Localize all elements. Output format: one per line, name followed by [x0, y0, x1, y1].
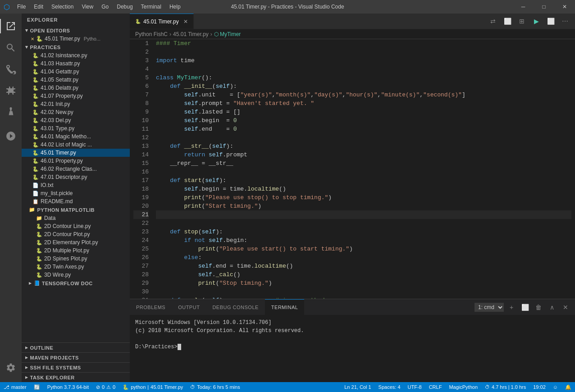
maximize-button[interactable]: □: [534, 0, 554, 14]
panel: PROBLEMS OUTPUT DEBUG CONSOLE TERMINAL 1…: [130, 299, 575, 382]
file-3d-wire[interactable]: 🐍3D Wire.py: [22, 271, 130, 279]
close-icon[interactable]: ✕: [31, 36, 34, 41]
menu-edit[interactable]: Edit: [30, 3, 47, 11]
open-editor-file[interactable]: ✕ 🐍 45.01 Timer.py Pytho...: [22, 35, 130, 43]
spaces-label: Spaces: 4: [379, 384, 401, 390]
file-2d-contour-line[interactable]: 🐍2D Contour Line.py: [22, 222, 130, 230]
wakatime-status[interactable]: ⏱ 4.7 hrs | 1.0 hrs: [481, 382, 529, 392]
file-2d-multiple[interactable]: 🐍2D Multiple Plot.py: [22, 246, 130, 255]
toggle-panel-button[interactable]: ⬜: [544, 15, 557, 27]
menu-debug[interactable]: Debug: [113, 3, 136, 11]
sync-status[interactable]: 🔄: [30, 382, 44, 392]
matplotlib-header[interactable]: 📁 Python Matplotlib: [22, 205, 130, 214]
practices-header[interactable]: ▾ PRACTICES: [22, 43, 130, 51]
py-icon: 🐍: [32, 77, 39, 83]
file-47-01[interactable]: 🐍47.01 Descriptor.py: [22, 173, 130, 181]
feedback-button[interactable]: ☺: [549, 382, 561, 392]
minimize-button[interactable]: ─: [513, 0, 534, 14]
breadcrumb-sep1: ›: [169, 31, 171, 37]
source-control-icon[interactable]: [0, 59, 22, 80]
breadcrumb-root[interactable]: Python FishC: [135, 31, 168, 37]
encoding-status[interactable]: UTF-8: [404, 382, 425, 392]
tab-close-icon[interactable]: ✕: [183, 18, 188, 25]
file-43-01[interactable]: 🐍43.01 Type.py: [22, 124, 130, 132]
editor-tab-timer[interactable]: 🐍 45.01 Timer.py ✕: [130, 14, 194, 29]
terminal-instance-select[interactable]: 1: cmd: [475, 303, 504, 312]
breadcrumb-file[interactable]: 45.01 Timer.py: [173, 31, 209, 37]
errors-status[interactable]: ⊘ 0 ⚠ 0: [92, 382, 119, 392]
split-editor-button[interactable]: ⇄: [487, 15, 499, 27]
file-io[interactable]: 📄IO.txt: [22, 181, 130, 189]
breadcrumb-sep2: ›: [210, 31, 212, 37]
data-folder[interactable]: 📁Data: [22, 214, 130, 222]
file-46-01[interactable]: 🐍46.01 Property.py: [22, 157, 130, 165]
kill-terminal-button[interactable]: 🗑: [533, 301, 544, 313]
debug-icon[interactable]: [0, 125, 22, 147]
explorer-icon[interactable]: [0, 15, 22, 37]
file-41-06[interactable]: 🐍41.06 Delattr.py: [22, 84, 130, 92]
editor-layout-button[interactable]: ⬜: [501, 15, 514, 27]
new-terminal-button[interactable]: +: [506, 301, 517, 313]
tensorflow-label: Tensorflow Doc: [42, 281, 93, 286]
tab-problems[interactable]: PROBLEMS: [130, 299, 172, 315]
code-editor[interactable]: #### Timer import time class MyTimer(): …: [152, 39, 575, 299]
menu-help[interactable]: Help: [166, 3, 184, 11]
file-44-02[interactable]: 🐍44.02 List of Magic ...: [22, 141, 130, 149]
close-button[interactable]: ✕: [554, 0, 575, 14]
settings-icon[interactable]: [0, 357, 22, 378]
tensorflow-header[interactable]: ▸ 📘 Tensorflow Doc: [22, 279, 130, 287]
file-45-01[interactable]: 🐍45.01 Timer.py: [22, 149, 130, 157]
menu-terminal[interactable]: Terminal: [137, 3, 165, 11]
notifications-button[interactable]: 🔔: [561, 382, 575, 392]
py-icon: 🐍: [32, 69, 39, 75]
file-42-03[interactable]: 🐍42.03 Del.py: [22, 116, 130, 124]
cursor-position[interactable]: Ln 21, Col 1: [341, 382, 374, 392]
test-icon[interactable]: [0, 102, 22, 123]
menu-go[interactable]: Go: [98, 3, 112, 11]
file-readme[interactable]: 📋README.md: [22, 197, 130, 205]
run-button[interactable]: ▶: [530, 15, 543, 27]
file-42-02[interactable]: 🐍42.02 New.py: [22, 108, 130, 116]
file-41-02[interactable]: 🐍41.02 Isinstance.py: [22, 51, 130, 59]
task-explorer-header[interactable]: ▸ TASK EXPLORER: [22, 372, 130, 382]
breadcrumb-symbol[interactable]: ⬡ MyTimer: [214, 31, 241, 37]
terminal-content[interactable]: Microsoft Windows [Version 10.0.17134.70…: [130, 315, 575, 382]
file-41-04[interactable]: 🐍41.04 Getattr.py: [22, 68, 130, 76]
indentation[interactable]: Spaces: 4: [375, 382, 404, 392]
file-41-03[interactable]: 🐍41.03 Hasattr.py: [22, 59, 130, 68]
maximize-panel-button[interactable]: ∧: [546, 301, 558, 313]
python-path-status[interactable]: 🐍 python | 45.01 Timer.py: [119, 382, 187, 392]
file-46-02[interactable]: 🐍46.02 Rectangle Clas...: [22, 165, 130, 173]
time-tracking[interactable]: ⏱ Today: 6 hrs 5 mins: [187, 382, 243, 392]
py-icon: 🐍: [32, 53, 39, 59]
menu-file[interactable]: File: [14, 3, 29, 11]
close-panel-button[interactable]: ✕: [560, 301, 571, 313]
tab-output[interactable]: OUTPUT: [172, 299, 206, 315]
file-2d-elementary[interactable]: 🐍2D Elementary Plot.py: [22, 238, 130, 246]
ssh-header[interactable]: ▸ SSH FILE SYSTEMS: [22, 362, 130, 372]
split-terminal-button[interactable]: ⬜: [519, 301, 531, 313]
branch-status[interactable]: ⎇ master: [0, 382, 30, 392]
outline-header[interactable]: ▸ OUTLINE: [22, 342, 130, 352]
menu-selection[interactable]: Selection: [48, 3, 77, 11]
tab-debug-console[interactable]: DEBUG CONSOLE: [206, 299, 265, 315]
tab-terminal[interactable]: TERMINAL: [265, 299, 305, 315]
editor-settings-button[interactable]: ⊞: [516, 15, 528, 27]
file-pickle[interactable]: 📄my_list.pickle: [22, 189, 130, 197]
search-icon[interactable]: [0, 37, 22, 59]
more-actions-button[interactable]: ⋯: [559, 15, 571, 27]
file-41-07[interactable]: 🐍41.07 Property.py: [22, 92, 130, 100]
file-2d-twin[interactable]: 🐍2D Twin Axes.py: [22, 263, 130, 271]
file-2d-contour-plot[interactable]: 🐍2D Contour Plot.py: [22, 230, 130, 238]
line-ending-status[interactable]: CRLF: [425, 382, 446, 392]
menu-view[interactable]: View: [78, 3, 97, 11]
python-interpreter[interactable]: Python 3.7.3 64-bit: [44, 382, 92, 392]
file-41-05[interactable]: 🐍41.05 Setattr.py: [22, 76, 130, 84]
extensions-icon[interactable]: [0, 80, 22, 102]
open-editors-header[interactable]: ▾ OPEN EDITORS: [22, 26, 130, 35]
file-42-01[interactable]: 🐍42.01 Init.py: [22, 100, 130, 108]
file-44-01[interactable]: 🐍44.01 Magic Metho...: [22, 132, 130, 141]
language-mode[interactable]: MagicPython: [445, 382, 481, 392]
file-2d-spines[interactable]: 🐍2D Spines Plot.py: [22, 255, 130, 263]
maven-header[interactable]: ▸ MAVEN PROJECTS: [22, 352, 130, 362]
